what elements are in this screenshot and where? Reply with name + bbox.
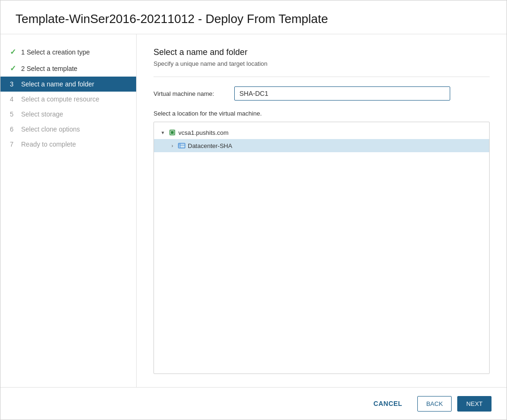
- vm-name-input[interactable]: [234, 86, 450, 101]
- vcsa-label: vcsa1.pushits.com: [178, 129, 229, 136]
- datacenter-expand-toggle[interactable]: ›: [169, 142, 176, 149]
- dialog-title: Template-WinSer2016-20211012 - Deploy Fr…: [0, 0, 507, 34]
- tree-node-vcsa[interactable]: ▾ vcsa1.pushits.com: [154, 126, 489, 139]
- back-button[interactable]: BACK: [417, 396, 452, 412]
- location-label: Select a location for the virtual machin…: [154, 110, 490, 117]
- svg-rect-2: [171, 131, 174, 134]
- datacenter-icon: [177, 141, 186, 150]
- vm-name-label: Virtual machine name:: [154, 90, 229, 97]
- check-icon-1: ✓: [10, 47, 17, 56]
- vcsa-collapse-toggle[interactable]: ▾: [160, 129, 166, 136]
- dialog-footer: CANCEL BACK NEXT: [0, 387, 507, 420]
- steps-panel: ✓ 1 Select a creation type ✓ 2 Select a …: [0, 34, 137, 387]
- step-7: 7 Ready to complete: [0, 137, 136, 152]
- step-7-number: 7: [10, 140, 17, 148]
- tree-container[interactable]: ▾ vcsa1.pushits.com ›: [154, 122, 490, 374]
- step-5-number: 5: [10, 110, 17, 118]
- step-3-number: 3: [10, 80, 17, 88]
- deploy-dialog: Template-WinSer2016-20211012 - Deploy Fr…: [0, 0, 507, 420]
- main-content: Select a name and folder Specify a uniqu…: [137, 34, 507, 387]
- step-1[interactable]: ✓ 1 Select a creation type: [0, 44, 136, 60]
- step-4-label: Select a compute resource: [21, 95, 100, 103]
- svg-point-6: [179, 144, 180, 145]
- divider: [154, 77, 490, 77]
- dialog-body: ✓ 1 Select a creation type ✓ 2 Select a …: [0, 34, 507, 387]
- vcenter-icon: [168, 128, 177, 137]
- step-6: 6 Select clone options: [0, 122, 136, 137]
- section-title: Select a name and folder: [154, 47, 490, 57]
- step-4-number: 4: [10, 95, 17, 103]
- svg-point-7: [179, 146, 180, 147]
- step-6-number: 6: [10, 125, 17, 133]
- step-5: 5 Select storage: [0, 107, 136, 122]
- cancel-button[interactable]: CANCEL: [364, 395, 412, 412]
- step-6-label: Select clone options: [21, 125, 80, 133]
- step-4: 4 Select a compute resource: [0, 92, 136, 107]
- section-subtitle: Specify a unique name and target locatio…: [154, 60, 490, 67]
- check-icon-2: ✓: [10, 64, 17, 73]
- tree-node-datacenter[interactable]: › Datacenter-SHA: [154, 139, 489, 152]
- step-3-label: Select a name and folder: [21, 80, 94, 88]
- step-5-label: Select storage: [21, 110, 63, 118]
- step-7-label: Ready to complete: [21, 140, 76, 148]
- datacenter-label: Datacenter-SHA: [188, 142, 232, 149]
- step-2[interactable]: ✓ 2 Select a template: [0, 60, 136, 77]
- step-1-label: 1 Select a creation type: [21, 48, 90, 56]
- step-3[interactable]: 3 Select a name and folder: [0, 77, 136, 92]
- next-button[interactable]: NEXT: [457, 396, 492, 412]
- vm-name-row: Virtual machine name:: [154, 86, 490, 101]
- step-2-label: 2 Select a template: [21, 65, 77, 72]
